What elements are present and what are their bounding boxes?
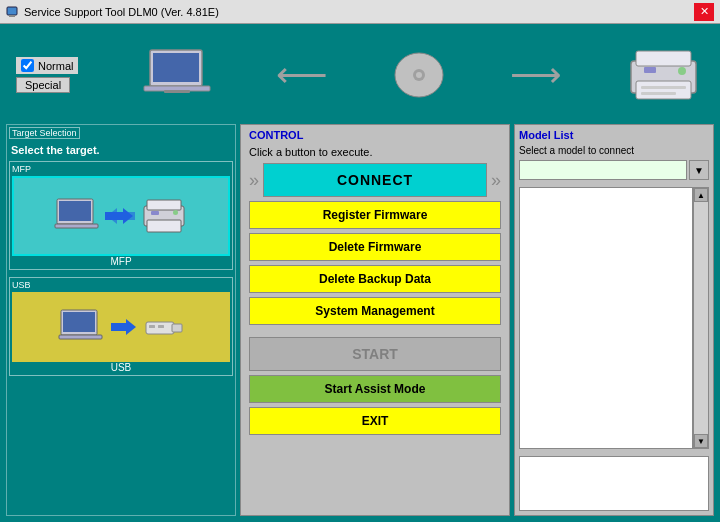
normal-checkbox[interactable] [21,59,34,72]
left-arrow: ⟵ [276,54,328,96]
usb-target-box[interactable] [12,292,230,362]
model-dropdown-row: ▼ [519,160,709,180]
svg-rect-28 [59,335,102,339]
svg-rect-33 [158,325,164,328]
target-panel: Target Selection Select the target. MFP [6,124,236,516]
close-button[interactable]: ✕ [694,3,714,21]
connect-left-arrow-icon: » [249,170,259,191]
svg-rect-27 [63,312,95,332]
svg-rect-13 [678,67,686,75]
svg-rect-23 [147,220,181,232]
special-button[interactable]: Special [16,77,70,93]
model-selected-field[interactable] [519,160,687,180]
svg-rect-32 [149,325,155,328]
svg-rect-25 [173,210,178,215]
mfp-printer-icon [141,196,189,236]
svg-rect-14 [641,86,686,89]
svg-rect-22 [147,200,181,210]
svg-point-8 [416,72,422,78]
control-header: CONTROL [249,129,501,141]
target-section-label: Target Selection [9,127,80,139]
normal-checkbox-row[interactable]: Normal [16,57,78,74]
title-bar: Service Support Tool DLM0 (Ver. 4.81E) ✕ [0,0,720,24]
exit-button[interactable]: EXIT [249,407,501,435]
title-bar-left: Service Support Tool DLM0 (Ver. 4.81E) [6,5,219,19]
model-select-label: Select a model to connect [519,145,709,156]
model-panel: Model List Select a model to connect ▼ ▲… [514,124,714,516]
model-list-box[interactable] [519,187,693,449]
svg-marker-29 [111,319,136,335]
mfp-label-text: MFP [12,256,230,267]
start-button[interactable]: START [249,337,501,371]
model-scrollbar[interactable]: ▲ ▼ [693,187,709,449]
usb-laptop-icon [58,308,103,346]
top-bar: Normal Special ⟵ ⟶ [6,30,714,120]
normal-label: Normal [38,60,73,72]
printer-icon [626,43,704,108]
laptop-icon [142,46,212,104]
mfp-legend: MFP [12,164,230,174]
window-title: Service Support Tool DLM0 (Ver. 4.81E) [24,6,219,18]
svg-rect-0 [7,7,17,15]
scroll-down-button[interactable]: ▼ [694,434,708,448]
svg-rect-10 [636,51,691,66]
svg-marker-20 [107,208,135,224]
usb-arrow-icon [111,317,136,337]
panels-row: Target Selection Select the target. MFP [6,124,714,516]
mfp-target-box[interactable] [12,176,230,256]
scroll-up-button[interactable]: ▲ [694,188,708,202]
model-list-header: Model List [519,129,709,141]
mfp-laptop-icon [54,197,99,235]
svg-rect-31 [172,324,182,332]
start-assist-button[interactable]: Start Assist Mode [249,375,501,403]
connect-row: » CONNECT » [249,163,501,197]
connect-button[interactable]: CONNECT [263,163,487,197]
mfp-arrows-icon [105,206,135,226]
usb-legend: USB [12,280,230,290]
model-dropdown-button[interactable]: ▼ [689,160,709,180]
system-management-button[interactable]: System Management [249,297,501,325]
register-firmware-button[interactable]: Register Firmware [249,201,501,229]
svg-rect-11 [636,81,691,99]
svg-rect-12 [644,67,656,73]
control-buttons: » CONNECT » Register Firmware Delete Fir… [249,163,501,435]
control-panel: CONTROL Click a button to execute. » CON… [240,124,510,516]
svg-rect-18 [55,224,98,228]
svg-rect-1 [9,15,15,17]
model-text-area [519,456,709,511]
right-arrow: ⟶ [510,54,562,96]
target-select-label: Select the target. [9,143,233,157]
delete-backup-button[interactable]: Delete Backup Data [249,265,501,293]
svg-rect-5 [164,90,190,93]
usb-stick-icon [144,312,184,342]
connect-right-arrow-icon: » [491,170,501,191]
app-icon [6,5,20,19]
svg-rect-17 [59,201,91,221]
svg-rect-3 [153,53,199,82]
control-subtitle: Click a button to execute. [249,146,501,158]
model-list-area: ▲ ▼ [519,187,709,449]
delete-firmware-button[interactable]: Delete Firmware [249,233,501,261]
usb-label-text: USB [12,362,230,373]
svg-rect-15 [641,92,676,95]
disc-icon [392,50,447,100]
main-content: Normal Special ⟵ ⟶ [0,24,720,522]
svg-rect-24 [151,211,159,215]
